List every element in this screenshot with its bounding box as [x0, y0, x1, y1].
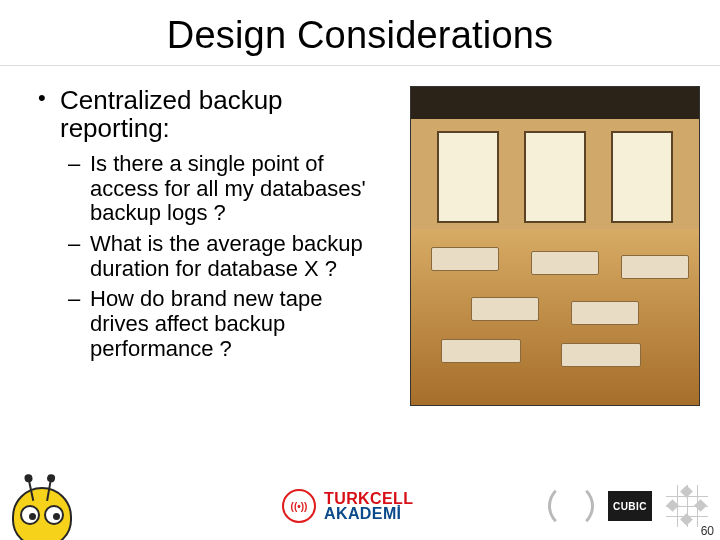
signal-icon: ((•)) — [282, 489, 316, 523]
bullet-lvl2: Is there a single point of access for al… — [60, 152, 368, 226]
turkcell-akademi-logo: ((•)) TURKCELL AKADEMİ — [282, 489, 413, 523]
classroom-photo — [410, 86, 700, 406]
bullet-lvl2: What is the average backup duration for … — [60, 232, 368, 281]
page-number: 60 — [701, 524, 714, 538]
slide-title: Design Considerations — [0, 14, 720, 57]
brand-line2: AKADEMİ — [324, 506, 413, 521]
cubic-logo: CUBIC — [608, 491, 652, 521]
content-area: Centralized backup reporting: Is there a… — [0, 66, 720, 406]
title-area: Design Considerations — [0, 0, 720, 66]
brand-line1: TURKCELL — [324, 491, 413, 506]
bullet-lvl2: How do brand new tape drives affect back… — [60, 287, 368, 361]
image-column — [378, 86, 700, 406]
bullet-lvl1-text: Centralized backup reporting: — [60, 85, 283, 143]
text-column: Centralized backup reporting: Is there a… — [38, 86, 378, 406]
wreath-icon — [548, 483, 594, 529]
bullet-lvl1: Centralized backup reporting: Is there a… — [38, 86, 368, 361]
bee-mascot-icon — [12, 475, 88, 537]
grid-logo-icon — [666, 485, 708, 527]
footer: ((•)) TURKCELL AKADEMİ CUBIC — [0, 472, 720, 540]
